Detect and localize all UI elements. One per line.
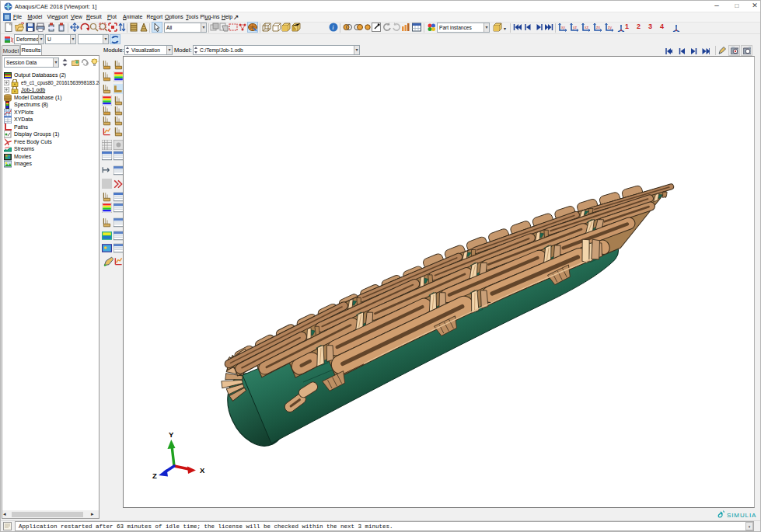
svg-text:Y: Y xyxy=(169,430,174,439)
svg-text:X: X xyxy=(200,466,205,475)
svg-text:SIMULIA: SIMULIA xyxy=(727,512,756,519)
svg-text:↗: ↗ xyxy=(233,13,239,21)
svg-text:Z: Z xyxy=(152,471,157,480)
svg-text:zx: zx xyxy=(596,25,601,30)
svg-text:yz: yz xyxy=(573,25,578,30)
svg-text:xz: xz xyxy=(585,25,589,30)
svg-text:xy: xy xyxy=(561,25,566,30)
svg-text:zy: zy xyxy=(608,25,613,30)
